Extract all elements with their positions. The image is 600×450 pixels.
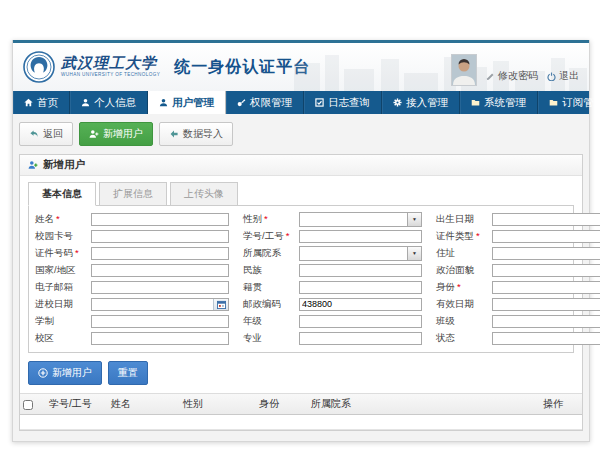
user-table: 学号/工号 姓名 性别 身份 所属院系 操作 [20,393,582,430]
select-all-checkbox[interactable] [23,400,33,410]
field-label: 电子邮箱 [35,281,91,294]
form-field-status: 状态 [436,331,600,345]
field-label: 校园卡号 [35,230,91,243]
col-student-id: 学号/工号 [46,394,108,415]
pencil-icon [486,72,495,81]
submit-add-user-button[interactable]: 新增用户 [28,361,102,385]
tab-upload-avatar[interactable]: 上传头像 [170,182,238,206]
student-id-input[interactable] [299,230,422,243]
form-field-address: 住址 [436,246,600,260]
field-label: 班级 [436,315,492,328]
valid-date-input[interactable] [492,298,600,311]
change-password-link[interactable]: 修改密码 [486,69,538,86]
birth-date-input[interactable] [492,213,600,226]
field-label: 民族 [243,264,299,277]
class-input[interactable] [492,315,600,328]
reset-button[interactable]: 重置 [108,361,148,385]
ethnicity-input[interactable] [299,264,422,277]
field-label: 年级 [243,315,299,328]
id-type-input[interactable] [492,230,600,243]
form-field-entry-date: 进校日期 [35,297,229,311]
field-label: 校区 [35,332,91,345]
add-user-toolbar-button[interactable]: 新增用户 [79,122,153,146]
app-window: 武汉理工大学 WUHAN UNIVERSITY OF TECHNOLOGY 统一… [12,40,590,442]
nav-item-access-management[interactable]: 接入管理 [382,91,460,114]
education-length-input[interactable] [91,315,229,328]
content-area: 返回 新增用户 数据导入 新增用户 基本信息 扩展信息 上传头像 [13,114,589,441]
col-name: 姓名 [108,394,180,415]
add-user-icon [89,129,99,139]
field-label: 所属院系 [243,247,299,260]
chevron-down-icon: ▼ [407,213,421,226]
logout-label: 退出 [559,69,579,83]
change-password-label: 修改密码 [498,69,538,83]
calendar-icon[interactable] [213,299,228,310]
form-field-id-type: 证件类型* [436,229,600,243]
field-label: 姓名* [35,213,91,226]
field-label: 政治面貌 [436,264,492,277]
field-label: 状态 [436,332,492,345]
form-field-ethnicity: 民族 [243,263,422,277]
field-label: 邮政编码 [243,298,299,311]
form-field-student-id: 学号/工号* [243,229,422,243]
back-button[interactable]: 返回 [19,122,73,146]
gender-select[interactable]: ▼ [299,212,422,227]
university-name-en: WUHAN UNIVERSITY OF TECHNOLOGY [61,73,160,78]
identity-input[interactable] [492,281,600,294]
field-label: 籍贯 [243,281,299,294]
form-field-email: 电子邮箱 [35,280,229,294]
import-arrow-icon [169,129,179,139]
form-field-education-length: 学制 [35,314,229,328]
field-label: 学号/工号* [243,230,299,243]
field-label: 证件类型* [436,230,492,243]
header-user-area: 修改密码 退出 [451,54,579,86]
col-department: 所属院系 [308,394,540,415]
table-row-empty [20,415,582,430]
entry-date-input[interactable] [91,298,229,311]
tab-extended-info[interactable]: 扩展信息 [99,182,167,206]
id-number-input[interactable] [91,247,229,260]
col-identity: 身份 [256,394,308,415]
folder-icon [549,98,558,107]
nav-item-subscription-management[interactable]: 订阅管理 [538,91,600,114]
form-field-country: 国家/地区 [35,263,229,277]
campus-input[interactable] [91,332,229,345]
email-input[interactable] [91,281,229,294]
major-input[interactable] [299,332,422,345]
field-label: 性别* [243,213,299,226]
form-actions: 新增用户 重置 [28,361,574,385]
form-field-grade: 年级 [243,314,422,328]
country-input[interactable] [91,264,229,277]
political-status-input[interactable] [492,264,600,277]
nav-item-system-management[interactable]: 系统管理 [460,91,538,114]
nav-item-user-management[interactable]: 用户管理 [148,91,226,114]
postal-code-input[interactable] [299,298,422,311]
nav-item-profile[interactable]: 个人信息 [70,91,148,114]
logout-link[interactable]: 退出 [547,69,579,86]
university-name-block: 武汉理工大学 WUHAN UNIVERSITY OF TECHNOLOGY [61,56,160,78]
native-place-input[interactable] [299,281,422,294]
tab-bar: 基本信息 扩展信息 上传头像 [28,182,574,205]
campus-card-input[interactable] [91,230,229,243]
nav-item-log-query[interactable]: 日志查询 [304,91,382,114]
form-field-gender: 性别* ▼ [243,212,422,226]
tab-basic-info[interactable]: 基本信息 [28,182,96,206]
data-import-button[interactable]: 数据导入 [159,122,233,146]
form-field-campus: 校区 [35,331,229,345]
nav-item-home[interactable]: 首页 [13,91,70,114]
field-label: 学制 [35,315,91,328]
power-icon [547,72,556,81]
nav-item-permission-management[interactable]: 权限管理 [226,91,304,114]
gear-icon [393,98,402,107]
panel-header: 新增用户 [20,155,582,176]
department-select[interactable]: ▼ [299,246,422,261]
back-arrow-icon [29,129,39,139]
select-all-cell [20,394,46,415]
folder-icon [471,98,480,107]
name-input[interactable] [91,213,229,226]
status-input[interactable] [492,332,600,345]
address-input[interactable] [492,247,600,260]
form-field-class: 班级 [436,314,600,328]
form-field-native-place: 籍贯 [243,280,422,294]
grade-input[interactable] [299,315,422,328]
